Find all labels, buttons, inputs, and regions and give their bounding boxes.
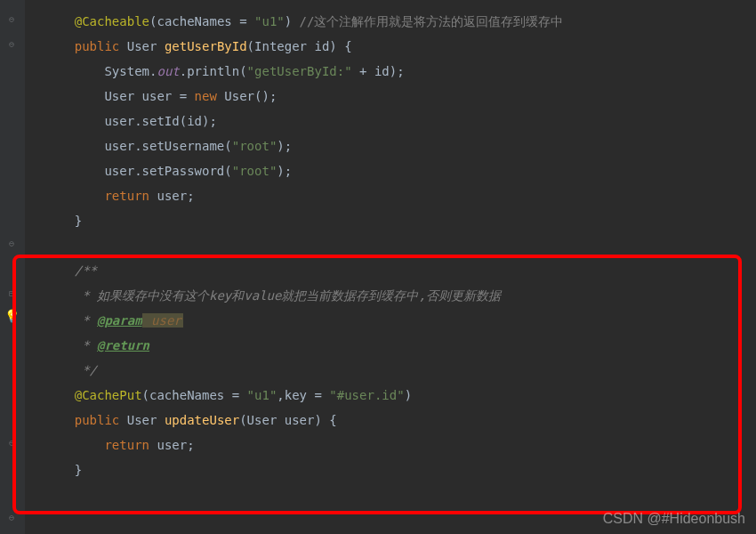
code-line[interactable]: /** bbox=[44, 258, 756, 283]
code-line[interactable]: user.setUsername("root"); bbox=[44, 134, 756, 158]
code-line[interactable]: User user = new User(); bbox=[44, 84, 756, 109]
param-name: user bbox=[142, 313, 183, 328]
code-line[interactable]: return user; bbox=[44, 433, 756, 457]
code-line[interactable]: * 如果缓存中没有这个key和value就把当前数据存到缓存中,否则更新数据 bbox=[44, 283, 756, 308]
code-line[interactable]: } bbox=[44, 457, 756, 482]
code-line[interactable]: System.out.println("getUserById:" + id); bbox=[44, 59, 756, 84]
annotation: @Cacheable bbox=[75, 14, 149, 28]
annotation: @CachePut bbox=[75, 388, 142, 402]
code-line[interactable]: * @return bbox=[44, 333, 756, 358]
return-tag: @return bbox=[97, 338, 149, 352]
javadoc-end: */ bbox=[75, 363, 97, 377]
code-editor[interactable]: @Cacheable(cacheNames = "u1") //这个注解作用就是… bbox=[0, 0, 756, 491]
method-name: getUserById bbox=[165, 39, 247, 53]
method-name: updateUser bbox=[165, 413, 239, 427]
code-line[interactable]: return user; bbox=[44, 183, 756, 208]
code-line[interactable]: @CachePut(cacheNames = "u1",key = "#user… bbox=[44, 383, 756, 408]
comment: //这个注解作用就是将方法的返回值存到缓存中 bbox=[300, 14, 564, 28]
code-line[interactable]: user.setId(id); bbox=[44, 109, 756, 134]
javadoc-comment: * 如果缓存中没有这个key和value就把当前数据存到缓存中,否则更新数据 bbox=[75, 288, 501, 303]
code-line[interactable]: public User getUserById(Integer id) { bbox=[44, 34, 756, 59]
fold-icon[interactable]: ⊖ bbox=[5, 511, 18, 523]
watermark: CSDN @#Hideonbush bbox=[603, 511, 745, 527]
code-line[interactable]: public User updateUser(User user) { bbox=[44, 408, 756, 433]
code-line[interactable]: */ bbox=[44, 358, 756, 383]
javadoc-start: /** bbox=[75, 263, 97, 278]
code-line[interactable]: * @param user bbox=[44, 308, 756, 333]
code-line[interactable]: @Cacheable(cacheNames = "u1") //这个注解作用就是… bbox=[44, 9, 756, 34]
blank-line[interactable] bbox=[44, 233, 756, 258]
code-line[interactable]: } bbox=[44, 208, 756, 233]
param-tag: @param bbox=[97, 313, 142, 328]
code-line[interactable]: user.setPassword("root"); bbox=[44, 158, 756, 183]
